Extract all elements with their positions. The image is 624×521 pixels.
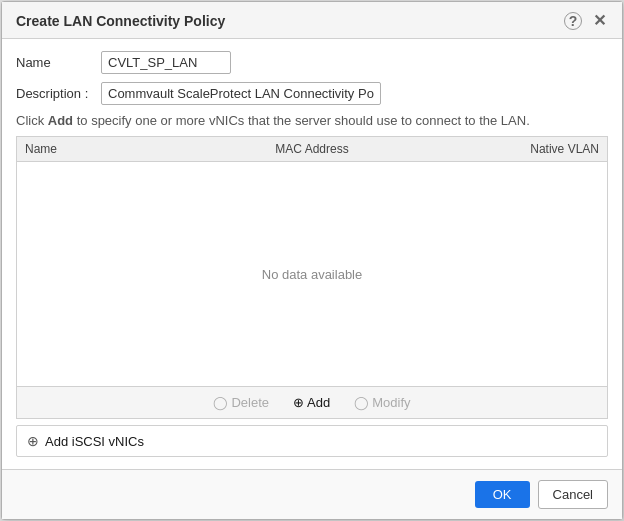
add-iscsi-vnics[interactable]: ⊕ Add iSCSI vNICs xyxy=(16,425,608,457)
table-header: Name MAC Address Native VLAN xyxy=(17,137,607,162)
description-row: Description : xyxy=(16,82,608,105)
col-name-header: Name xyxy=(25,142,216,156)
ok-button[interactable]: OK xyxy=(475,481,530,508)
table-body: No data available xyxy=(17,162,607,386)
add-label: Add xyxy=(307,395,330,410)
modify-label: Modify xyxy=(372,395,410,410)
description-label: Description : xyxy=(16,86,101,101)
instruction-suffix: to specify one or more vNICs that the se… xyxy=(73,113,530,128)
table-toolbar: ◯ Delete ⊕ Add ◯ Modify xyxy=(17,386,607,418)
add-icon: ⊕ xyxy=(293,395,304,410)
dialog-title: Create LAN Connectivity Policy xyxy=(16,13,225,29)
cancel-button[interactable]: Cancel xyxy=(538,480,608,509)
header-icons: ? ✕ xyxy=(564,12,608,30)
name-label: Name xyxy=(16,55,101,70)
vnics-table: Name MAC Address Native VLAN No data ava… xyxy=(16,136,608,419)
modify-button[interactable]: ◯ Modify xyxy=(350,393,414,412)
instruction-text: Click Add to specify one or more vNICs t… xyxy=(16,113,608,128)
delete-button[interactable]: ◯ Delete xyxy=(209,393,273,412)
col-vlan-header: Native VLAN xyxy=(408,142,599,156)
delete-label: Delete xyxy=(231,395,269,410)
create-lan-policy-dialog: Create LAN Connectivity Policy ? ✕ Name … xyxy=(1,1,623,520)
iscsi-label: Add iSCSI vNICs xyxy=(45,434,144,449)
iscsi-add-icon: ⊕ xyxy=(27,433,39,449)
add-button[interactable]: ⊕ Add xyxy=(289,393,334,412)
dialog-header: Create LAN Connectivity Policy ? ✕ xyxy=(2,2,622,39)
col-mac-header: MAC Address xyxy=(216,142,407,156)
name-input[interactable] xyxy=(101,51,231,74)
instruction-prefix: Click xyxy=(16,113,48,128)
dialog-footer: OK Cancel xyxy=(2,469,622,519)
dialog-body: Name Description : Click Add to specify … xyxy=(2,39,622,469)
description-input[interactable] xyxy=(101,82,381,105)
no-data-text: No data available xyxy=(262,267,362,282)
instruction-add: Add xyxy=(48,113,73,128)
delete-icon: ◯ xyxy=(213,395,228,410)
modify-icon: ◯ xyxy=(354,395,369,410)
help-button[interactable]: ? xyxy=(564,12,582,30)
name-row: Name xyxy=(16,51,608,74)
close-button[interactable]: ✕ xyxy=(590,12,608,30)
